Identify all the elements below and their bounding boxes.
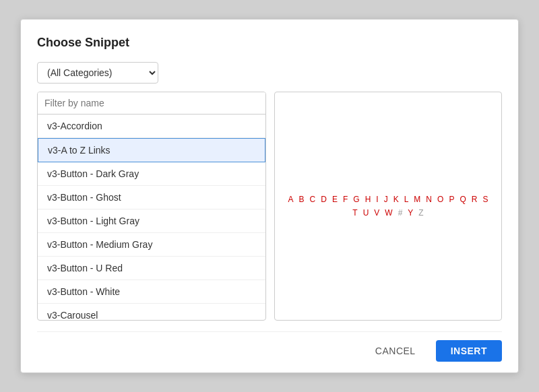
az-link-item[interactable]: Q — [458, 194, 467, 205]
az-link-item[interactable]: G — [352, 194, 360, 205]
az-link-item[interactable]: # — [397, 207, 404, 218]
az-link-item[interactable]: T — [351, 207, 358, 218]
list-item[interactable]: v3-Button - Ghost — [38, 186, 265, 209]
category-dropdown[interactable]: (All Categories)ButtonsCarouselNavigatio… — [37, 62, 158, 84]
main-content: v3-Accordionv3-A to Z Linksv3-Button - D… — [37, 92, 502, 321]
az-link-item[interactable]: W — [383, 207, 393, 218]
az-link-item[interactable]: C — [309, 194, 317, 205]
list-item[interactable]: v3-Button - Medium Gray — [38, 233, 265, 257]
az-link-item[interactable]: Z — [417, 207, 424, 218]
az-link-item[interactable]: B — [298, 194, 306, 205]
cancel-button[interactable]: CANCEL — [362, 340, 429, 362]
az-link-item[interactable]: H — [364, 194, 373, 205]
az-link-item[interactable]: M — [412, 194, 422, 205]
az-link-item[interactable]: D — [319, 194, 328, 205]
az-link-item[interactable]: V — [373, 207, 381, 218]
az-link-item[interactable]: J — [383, 194, 389, 205]
dialog-footer: CANCEL INSERT — [37, 331, 502, 362]
dialog-title: Choose Snippet — [37, 36, 502, 50]
preview-panel: ABCDEFGHIJKLMNOPQRSTUVW#YZ — [274, 92, 502, 321]
az-link-item[interactable]: Y — [406, 207, 414, 218]
list-item[interactable]: v3-Accordion — [38, 115, 265, 138]
az-link-item[interactable]: R — [470, 194, 479, 205]
list-item[interactable]: v3-Button - U Red — [38, 257, 265, 280]
left-panel: v3-Accordionv3-A to Z Linksv3-Button - D… — [37, 92, 266, 321]
choose-snippet-dialog: Choose Snippet (All Categories)ButtonsCa… — [20, 19, 519, 373]
list-item[interactable]: v3-Button - Dark Gray — [38, 162, 265, 186]
az-link-item[interactable]: L — [403, 194, 410, 205]
az-link-item[interactable]: K — [392, 194, 400, 205]
az-link-item[interactable]: U — [362, 207, 371, 218]
az-link-item[interactable]: O — [436, 194, 445, 205]
list-item[interactable]: v3-Carousel — [38, 304, 265, 320]
az-link-item[interactable]: E — [331, 194, 339, 205]
list-item[interactable]: v3-Button - White — [38, 280, 265, 304]
az-link-item[interactable]: N — [424, 194, 433, 205]
az-link-item[interactable]: A — [287, 194, 295, 205]
list-item[interactable]: v3-Button - Light Gray — [38, 209, 265, 233]
filter-input[interactable] — [38, 92, 265, 115]
az-link-item[interactable]: I — [375, 194, 379, 205]
az-links-preview: ABCDEFGHIJKLMNOPQRSTUVW#YZ — [275, 189, 501, 224]
az-link-item[interactable]: S — [481, 194, 489, 205]
az-link-item[interactable]: P — [447, 194, 455, 205]
insert-button[interactable]: INSERT — [436, 340, 502, 362]
preview-content: ABCDEFGHIJKLMNOPQRSTUVW#YZ — [275, 92, 501, 320]
snippet-list: v3-Accordionv3-A to Z Linksv3-Button - D… — [38, 115, 265, 320]
az-link-item[interactable]: F — [342, 194, 349, 205]
list-item[interactable]: v3-A to Z Links — [38, 138, 265, 162]
